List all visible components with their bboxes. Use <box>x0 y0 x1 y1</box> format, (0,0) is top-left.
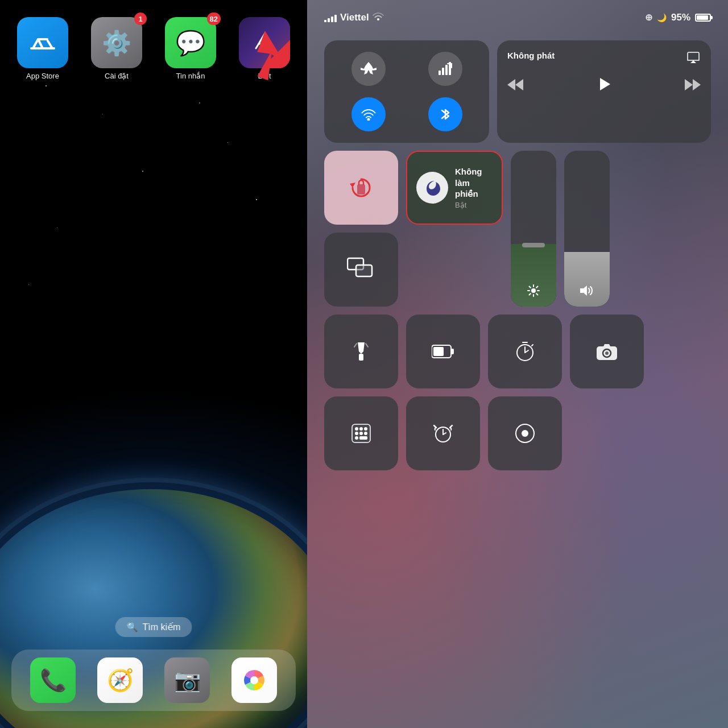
alarm-btn[interactable] <box>406 396 480 470</box>
svg-point-16 <box>531 288 536 293</box>
svg-rect-29 <box>433 347 444 356</box>
dnd-block[interactable]: Không làm phiền Bật <box>406 151 503 225</box>
app-icon-wrapper-settings[interactable]: 1 ⚙️ Cài đặt <box>85 17 148 80</box>
carrier-name: Viettel <box>340 12 369 23</box>
media-play-btn[interactable] <box>595 76 613 97</box>
svg-line-21 <box>530 287 531 288</box>
two-btn-col <box>324 151 398 307</box>
dnd-moon-icon <box>416 172 448 204</box>
media-top-row: Không phát <box>507 51 701 69</box>
dnd-status: Bật <box>455 201 493 209</box>
battery-icon <box>695 14 711 22</box>
svg-point-38 <box>355 432 358 435</box>
volume-slider[interactable] <box>564 151 610 307</box>
app-icon-settings[interactable]: 1 ⚙️ <box>91 17 142 68</box>
cellular-data-cell[interactable] <box>407 46 483 92</box>
screen-mirror-btn[interactable] <box>324 233 398 307</box>
app-icon-wrapper-messages[interactable]: 82 💬 Tin nhắn <box>159 17 222 80</box>
svg-rect-42 <box>359 436 367 440</box>
svg-point-41 <box>355 436 358 440</box>
app-icon-messages[interactable]: 82 💬 <box>165 17 216 68</box>
camera-cc-btn[interactable] <box>570 315 644 388</box>
svg-marker-12 <box>693 79 701 90</box>
svg-line-23 <box>536 287 537 288</box>
schedule-icon: ⊕ <box>645 12 652 23</box>
cc-row-1: Không phát <box>324 40 711 143</box>
media-title: Không phát <box>507 51 555 60</box>
svg-rect-26 <box>359 354 363 361</box>
svg-point-2 <box>250 676 258 684</box>
signal-bars <box>324 13 337 22</box>
cc-row-3 <box>324 315 711 388</box>
search-text: Tìm kiếm <box>143 622 181 632</box>
app-label-appstore: App Store <box>26 72 59 80</box>
connectivity-block <box>324 40 489 143</box>
svg-point-36 <box>359 427 363 431</box>
rotation-lock-btn[interactable] <box>324 151 398 225</box>
media-prev-btn[interactable] <box>507 77 523 96</box>
badge-settings: 1 <box>134 13 147 25</box>
dock: 📞 🧭 📷 <box>11 650 296 711</box>
home-screen: App Store 1 ⚙️ Cài đặt 82 💬 Tin nhắn <box>0 0 307 728</box>
battery-status-btn[interactable] <box>406 315 480 388</box>
cellular-data-btn[interactable] <box>428 52 462 86</box>
bluetooth-toggle-btn[interactable] <box>428 97 462 131</box>
brightness-icon <box>527 284 540 300</box>
svg-line-24 <box>530 293 531 295</box>
badge-messages: 82 <box>207 13 221 25</box>
svg-marker-25 <box>580 286 587 296</box>
svg-marker-11 <box>685 79 693 90</box>
airplane-mode-cell[interactable] <box>330 46 407 92</box>
svg-point-7 <box>367 118 370 121</box>
moon-status-icon: 🌙 <box>657 13 667 22</box>
dock-icon-camera[interactable]: 📷 <box>164 657 210 703</box>
svg-rect-5 <box>445 65 448 75</box>
svg-rect-4 <box>442 68 444 75</box>
control-center: Viettel ⊕ 🌙 95% <box>307 0 728 728</box>
cc-row-2: Không làm phiền Bật <box>324 151 711 307</box>
svg-rect-3 <box>439 71 441 75</box>
wifi-toggle-btn[interactable] <box>351 97 386 131</box>
media-controls-row <box>507 76 701 97</box>
app-label-messages: Tin nhắn <box>176 72 205 80</box>
signal-bar-1 <box>324 20 326 22</box>
svg-line-22 <box>536 293 537 295</box>
flashlight-btn[interactable] <box>324 315 398 388</box>
brightness-knob <box>522 243 545 247</box>
dnd-title: Không làm phiền <box>455 166 493 200</box>
app-icon-wrapper-appstore[interactable]: App Store <box>11 17 74 80</box>
status-right: ⊕ 🌙 95% <box>645 12 711 23</box>
svg-rect-28 <box>451 349 454 354</box>
airplane-mode-btn[interactable] <box>351 52 386 86</box>
airplay-icon[interactable] <box>686 51 701 69</box>
svg-marker-9 <box>507 79 515 90</box>
dock-icon-photos[interactable] <box>231 657 277 703</box>
signal-bar-2 <box>328 18 330 22</box>
cc-row-4 <box>324 396 711 470</box>
media-next-btn[interactable] <box>685 77 701 96</box>
search-bar[interactable]: 🔍 Tìm kiếm <box>115 617 192 637</box>
app-label-settings: Cài đặt <box>105 72 129 80</box>
svg-rect-15 <box>356 265 372 276</box>
calculator-btn[interactable] <box>324 396 398 470</box>
timer-btn[interactable] <box>488 315 562 388</box>
brightness-slider[interactable] <box>511 151 556 307</box>
svg-point-45 <box>522 430 528 437</box>
svg-rect-13 <box>357 184 365 195</box>
media-player-block: Không phát <box>497 40 711 143</box>
svg-marker-10 <box>600 78 610 90</box>
svg-point-39 <box>359 432 363 435</box>
dock-icon-safari[interactable]: 🧭 <box>97 657 143 703</box>
signal-bar-4 <box>334 15 337 22</box>
dock-icon-phone[interactable]: 📞 <box>30 657 76 703</box>
battery-fill <box>697 15 708 20</box>
search-icon: 🔍 <box>127 622 138 632</box>
voice-memo-btn[interactable] <box>488 396 562 470</box>
svg-marker-8 <box>515 79 523 90</box>
wifi-status-icon <box>373 11 384 23</box>
battery-percent: 95% <box>671 12 690 23</box>
wifi-btn-cell[interactable] <box>330 92 407 137</box>
app-icon-appstore[interactable] <box>17 17 68 68</box>
bluetooth-btn-cell[interactable] <box>407 92 483 137</box>
svg-point-35 <box>355 427 358 431</box>
